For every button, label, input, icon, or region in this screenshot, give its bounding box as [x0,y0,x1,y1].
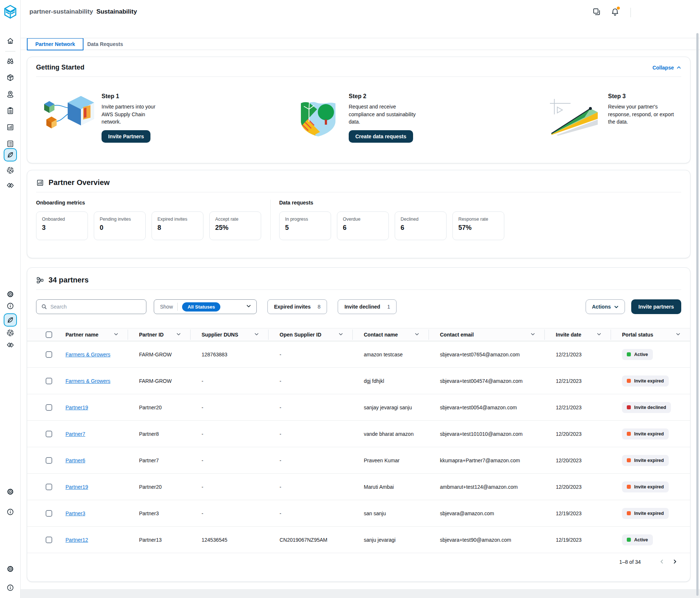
invite-date-cell: 12/21/2023 [545,378,611,384]
binoculars-icon [6,57,14,65]
step1-illustration [42,93,97,134]
sidebar-item-settings-3[interactable] [4,562,17,576]
info-icon [6,302,14,310]
row-checkbox[interactable] [46,351,52,358]
partner-name-link[interactable]: Partner19 [65,405,88,410]
step-1: Step 1 Invite partners into your AWS Sup… [42,93,165,143]
partner-id-cell: Partner13 [128,537,191,543]
partner-id-cell: FARM-GROW [128,352,191,357]
table-row: Farmers & Growers FARM-GROW - - dgj fdhj… [27,368,690,394]
partner-network-icon [36,276,44,284]
column-header-invite-date[interactable]: Invite date [545,330,611,339]
invite-partners-button[interactable]: Invite partners [631,299,681,314]
column-header-contact-email[interactable]: Contact email [429,330,545,339]
column-header-open-supplier-id[interactable]: Open Supplier ID [269,330,353,339]
layers-icon [6,341,14,349]
status-filter-select[interactable]: Show All Statuses [154,299,257,314]
chevron-down-icon [530,332,535,338]
sidebar-item-info-2[interactable] [4,505,17,519]
row-checkbox[interactable] [46,537,52,543]
sidebar-item-demand-planning-2[interactable] [4,326,17,339]
row-checkbox[interactable] [46,510,52,517]
metric-card: Accept rate 25% [209,211,261,240]
partner-name-link[interactable]: Partner3 [65,510,85,516]
token-count: 1 [387,304,390,310]
open-supplier-id-cell: CN2019067NZ95AM [269,537,353,543]
partner-name-link[interactable]: Partner6 [65,458,85,463]
metric-value: 8 [157,224,198,232]
tab-data-requests[interactable]: Data Requests [83,38,127,50]
partner-name-link[interactable]: Partner7 [65,431,85,437]
leaf-icon [6,316,14,324]
column-header-partner-name[interactable]: Partner name [59,330,128,339]
sidebar-item-info-3[interactable] [4,581,17,594]
sidebar-item-planning[interactable] [4,104,17,117]
column-header-portal-status[interactable]: Portal status [611,330,690,339]
row-checkbox[interactable] [46,484,52,490]
apps-icon[interactable] [592,7,601,18]
target-icon [6,329,14,337]
sidebar-item-settings[interactable] [4,288,17,301]
sidebar-item-settings-2[interactable] [4,485,17,498]
row-checkbox[interactable] [46,431,52,437]
invite-partners-step-button[interactable]: Invite Partners [102,130,150,143]
partner-id-cell: Partner7 [128,458,191,463]
sidebar-item-home[interactable] [4,34,17,47]
sidebar-item-analytics[interactable] [4,121,17,134]
partner-name-link[interactable]: Farmers & Growers [65,378,110,384]
open-supplier-id-cell: - [269,510,353,516]
column-header-contact-name[interactable]: Contact name [353,330,429,339]
metric-label: Pending invites [100,217,140,222]
row-checkbox[interactable] [46,378,52,384]
sidebar-item-integrations[interactable] [4,179,17,192]
partner-name-link[interactable]: Farmers & Growers [65,352,110,357]
filter-token-invite-declined[interactable]: Invite declined 1 [338,299,397,314]
sidebar-item-sustainability-active[interactable] [4,148,17,161]
status-label: Invite expired [634,431,664,437]
page-title: Sustainability [96,8,137,15]
status-badge: Active [622,349,653,360]
notifications-bell-icon[interactable] [611,7,619,18]
status-label: Invite expired [634,511,664,516]
contact-email-cell: sbjevara+test0054@amazon.com [429,405,545,410]
partners-card: 34 partners Show All Statuses Expir [27,267,690,582]
column-label: Partner ID [139,332,164,338]
actions-dropdown-button[interactable]: Actions [586,299,625,314]
sidebar-item-orders[interactable] [4,71,17,84]
chevron-down-icon [338,332,343,338]
sidebar-item-demand-planning[interactable] [4,164,17,177]
open-supplier-id-cell: - [269,378,353,384]
row-checkbox[interactable] [46,457,52,464]
step-title: Step 3 [608,93,626,100]
partner-id-cell: Partner8 [128,431,191,437]
collapse-button[interactable]: Collapse [653,65,681,71]
contact-name-cell: amazon testcase [353,352,429,357]
search-input[interactable] [50,304,135,310]
partner-name-link[interactable]: Partner12 [65,537,88,543]
select-all-checkbox[interactable] [46,331,52,338]
partner-overview-title: Partner Overview [49,178,110,187]
pagination-next-button[interactable] [671,558,679,567]
pagination-prev-button[interactable] [658,558,666,567]
filter-token-expired-invites[interactable]: Expired invites 8 [267,299,327,314]
aws-supply-chain-logo[interactable] [3,4,18,19]
sidebar-item-info[interactable] [4,299,17,313]
column-header-supplier-duns[interactable]: Supplier DUNS [191,330,269,339]
tab-partner-network[interactable]: Partner Network [27,38,83,50]
status-label: Invite expired [634,484,664,490]
data-requests-group: Data requests In progress 5 Overdue 6 [279,200,504,240]
column-header-partner-id[interactable]: Partner ID [128,330,191,339]
status-dot [627,405,631,409]
sidebar-item-network[interactable] [4,88,17,101]
status-dot [627,538,631,542]
sidebar-item-insights[interactable] [4,54,17,68]
sidebar-item-sustainability-active-2[interactable] [4,313,17,327]
sidebar-item-integrations-2[interactable] [4,338,17,352]
table-row: Partner3 Partner3 - - san sanju sbjevara… [27,500,690,527]
partner-name-link[interactable]: Partner19 [65,484,88,490]
vertical-scrollbar-thumb[interactable] [696,33,699,596]
create-data-requests-button[interactable]: Create data requests [349,130,413,143]
invite-date-cell: 12/20/2023 [545,458,611,463]
row-checkbox[interactable] [46,404,52,411]
all-statuses-pill: All Statuses [182,302,220,312]
